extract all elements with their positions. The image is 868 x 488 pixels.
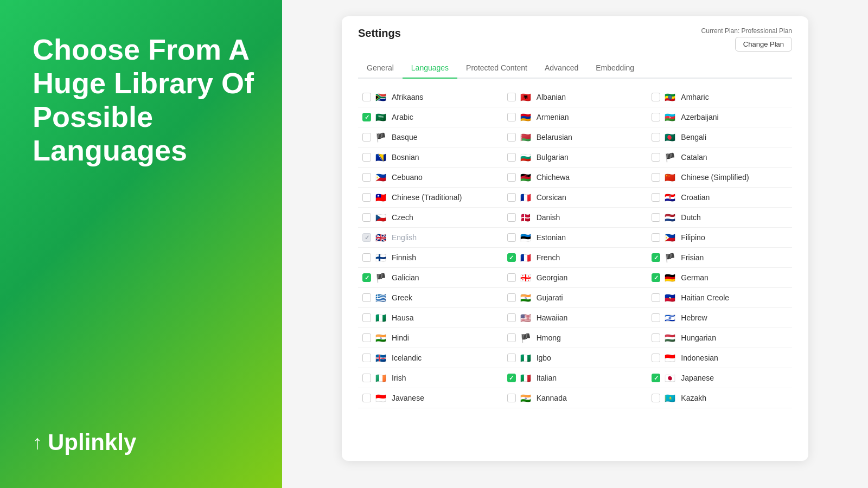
flag-icon: 🇲🇼: [520, 173, 532, 182]
flag-icon: 🇮🇹: [520, 374, 532, 382]
language-checkbox[interactable]: [652, 253, 660, 262]
language-checkbox[interactable]: [507, 213, 516, 222]
flag-icon: 🇦🇿: [665, 113, 676, 121]
hero-text: Choose From A Huge Library Of Possible L…: [33, 33, 255, 167]
flag-icon: 🇵🇭: [375, 173, 387, 182]
language-checkbox[interactable]: [362, 93, 371, 101]
language-checkbox[interactable]: [507, 193, 516, 202]
language-name: Azerbaijani: [681, 113, 718, 121]
right-panel: Settings Current Plan: Professional Plan…: [282, 0, 868, 488]
list-item: 🏴Hmong: [503, 328, 648, 348]
language-name: German: [681, 273, 709, 282]
language-checkbox[interactable]: [652, 153, 660, 162]
language-checkbox[interactable]: [652, 313, 660, 322]
language-name: Chinese (Simplified): [681, 173, 749, 182]
language-checkbox[interactable]: [507, 153, 516, 162]
language-checkbox[interactable]: [652, 113, 660, 121]
list-item: 🇭🇹Haitian Creole: [647, 288, 792, 308]
list-item: 🇿🇦Afrikaans: [358, 87, 503, 107]
change-plan-button[interactable]: Change Plan: [735, 37, 792, 52]
language-checkbox[interactable]: [507, 113, 516, 121]
flag-icon: 🇫🇷: [520, 253, 532, 262]
tab-protected-content[interactable]: Protected Content: [457, 58, 536, 79]
language-name: Hindi: [392, 333, 409, 342]
flag-icon: 🇧🇦: [375, 153, 387, 162]
language-name: Basque: [392, 133, 417, 142]
language-checkbox[interactable]: [652, 133, 660, 142]
language-name: Catalan: [681, 153, 707, 162]
list-item: 🇲🇼Chichewa: [503, 168, 648, 188]
language-checkbox[interactable]: [652, 354, 660, 362]
language-checkbox[interactable]: [362, 193, 371, 202]
tab-embedding[interactable]: Embedding: [587, 58, 643, 79]
language-checkbox[interactable]: [362, 333, 371, 342]
language-checkbox[interactable]: [362, 273, 371, 282]
list-item: 🇮🇪Irish: [358, 368, 503, 388]
language-checkbox[interactable]: [652, 333, 660, 342]
language-checkbox[interactable]: [507, 233, 516, 242]
list-item: 🇯🇵Japanese: [647, 368, 792, 388]
language-checkbox[interactable]: [652, 213, 660, 222]
language-checkbox[interactable]: [652, 93, 660, 101]
language-name: Croatian: [681, 193, 710, 202]
language-checkbox[interactable]: [362, 233, 371, 242]
language-checkbox[interactable]: [362, 293, 371, 302]
list-item: 🇧🇦Bosnian: [358, 147, 503, 168]
card-header: Settings Current Plan: Professional Plan…: [358, 27, 792, 52]
language-checkbox[interactable]: [652, 293, 660, 302]
language-checkbox[interactable]: [652, 173, 660, 182]
language-checkbox[interactable]: [507, 313, 516, 322]
language-checkbox[interactable]: [652, 394, 660, 402]
language-name: Bosnian: [392, 153, 419, 162]
plan-label: Current Plan: Professional Plan: [701, 27, 792, 35]
language-checkbox[interactable]: [362, 253, 371, 262]
list-item: 🇦🇱Albanian: [503, 87, 648, 107]
language-checkbox[interactable]: [362, 173, 371, 182]
plan-info: Current Plan: Professional Plan Change P…: [701, 27, 792, 52]
tab-general[interactable]: General: [358, 58, 403, 79]
flag-icon: 🇨🇳: [665, 173, 676, 182]
tab-languages[interactable]: Languages: [403, 58, 457, 79]
list-item: 🇫🇮Finnish: [358, 248, 503, 268]
language-name: Finnish: [392, 253, 416, 262]
language-name: Hawaiian: [537, 313, 568, 322]
language-checkbox[interactable]: [362, 133, 371, 142]
flag-icon: 🏴: [520, 333, 532, 342]
language-checkbox[interactable]: [362, 213, 371, 222]
flag-icon: 🇫🇮: [375, 253, 387, 262]
language-name: Armenian: [537, 113, 569, 121]
flag-icon: 🇮🇱: [665, 313, 676, 322]
language-checkbox[interactable]: [507, 93, 516, 101]
language-checkbox[interactable]: [507, 273, 516, 282]
language-checkbox[interactable]: [507, 374, 516, 382]
language-name: English: [392, 233, 417, 242]
language-checkbox[interactable]: [507, 133, 516, 142]
language-checkbox[interactable]: [507, 173, 516, 182]
language-checkbox[interactable]: [507, 394, 516, 402]
language-checkbox[interactable]: [507, 253, 516, 262]
language-checkbox[interactable]: [362, 313, 371, 322]
flag-icon: 🇳🇱: [665, 213, 676, 222]
list-item: 🇳🇬Hausa: [358, 308, 503, 328]
language-checkbox[interactable]: [507, 293, 516, 302]
language-checkbox[interactable]: [652, 193, 660, 202]
tab-advanced[interactable]: Advanced: [536, 58, 587, 79]
language-checkbox[interactable]: [652, 233, 660, 242]
list-item: 🇬🇪Georgian: [503, 268, 648, 288]
language-name: Hebrew: [681, 313, 707, 322]
language-checkbox[interactable]: [507, 354, 516, 362]
language-checkbox[interactable]: [362, 153, 371, 162]
language-checkbox[interactable]: [652, 374, 660, 382]
language-checkbox[interactable]: [652, 273, 660, 282]
flag-icon: 🇪🇹: [665, 93, 676, 101]
flag-icon: 🇮🇳: [520, 293, 532, 302]
language-checkbox[interactable]: [362, 113, 371, 121]
language-checkbox[interactable]: [362, 394, 371, 402]
language-checkbox[interactable]: [362, 354, 371, 362]
language-name: Greek: [392, 293, 412, 302]
flag-icon: 🇮🇩: [375, 394, 387, 402]
language-checkbox[interactable]: [362, 374, 371, 382]
language-name: Chinese (Traditional): [392, 193, 462, 202]
language-name: Kannada: [537, 394, 567, 402]
language-checkbox[interactable]: [507, 333, 516, 342]
